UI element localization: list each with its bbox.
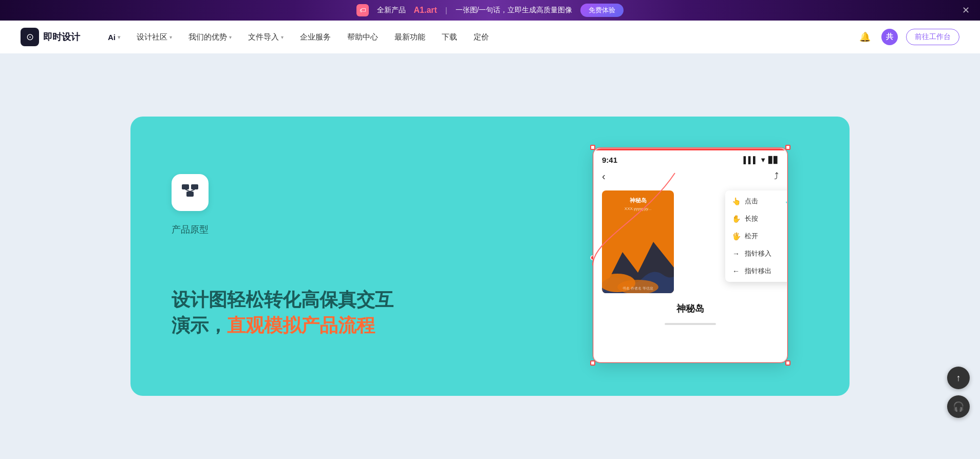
nav-item-pricing[interactable]: 定价 (466, 28, 496, 46)
headline-line2: 演示，直观模拟产品流程 (172, 313, 552, 338)
top-banner: 🏷 全新产品 A1.art | 一张图/一句话，立即生成高质量图像 免费体验 ✕ (0, 0, 980, 21)
book-subtitle: XXX.yyyyyyy... (602, 206, 674, 211)
nav-new-features-label: 最新功能 (394, 32, 425, 42)
home-bar (665, 323, 716, 325)
nav-item-download[interactable]: 下载 (435, 28, 464, 46)
nav-pricing-label: 定价 (474, 32, 489, 42)
headline-highlight: 直观模拟产品流程 (227, 315, 375, 336)
nav-community-chevron: ▾ (169, 34, 172, 40)
nav-ai-label: Ai (108, 33, 116, 42)
selection-handle-tl (590, 145, 595, 150)
product-label: 产品原型 (172, 223, 552, 236)
card-left: 产品原型 设计图轻松转化高保真交互 演示，直观模拟产品流程 (172, 174, 552, 339)
pointer-enter-icon: → (731, 250, 741, 258)
svg-rect-1 (191, 184, 198, 189)
nav-item-enterprise[interactable]: 企业服务 (293, 28, 338, 46)
share-button[interactable]: ⤴ (774, 171, 779, 182)
nav-help-label: 帮助中心 (347, 32, 378, 42)
phone-home-indicator (594, 319, 787, 329)
menu-item-click[interactable]: 👆 点击 ✓ (725, 193, 788, 210)
banner-product-name: 全新产品 (377, 6, 406, 15)
menu-item-long-press[interactable]: ✋ 长按 (725, 210, 788, 227)
svg-rect-2 (186, 192, 194, 197)
menu-release-label: 松开 (745, 232, 758, 241)
phone-toolbar: ‹ ⤴ (594, 167, 787, 185)
nav-import-label: 文件导入 (248, 32, 279, 42)
nav-enterprise-label: 企业服务 (300, 32, 331, 42)
book-footer-text: 书名 作者名 等信息 (604, 286, 672, 291)
menu-long-press-label: 长按 (745, 214, 758, 223)
banner-slogan: 一张图/一句话，立即生成高质量图像 (456, 6, 573, 15)
nav-import-chevron: ▾ (281, 34, 284, 40)
nav-ai-chevron: ▾ (118, 34, 120, 40)
battery-icon: ▊▊ (768, 156, 779, 164)
book-card: 神秘岛 XXX.yyyyyyy... (602, 190, 674, 293)
banner-product-icon: 🏷 (356, 4, 369, 16)
product-icon (180, 180, 200, 205)
user-avatar[interactable]: 共 (881, 29, 898, 45)
headline-line1: 设计图轻松转化高保真交互 (172, 287, 552, 313)
menu-pointer-leave-label: 指针移出 (745, 266, 771, 276)
wifi-icon: ▼ (760, 156, 766, 164)
menu-item-pointer-leave[interactable]: ← 指针移出 (725, 262, 788, 280)
signal-icon: ▌▌▌ (743, 156, 758, 164)
nav-advantages-chevron: ▾ (229, 34, 232, 40)
phone-book-title: 神秘岛 (594, 298, 787, 319)
book-decoration (602, 226, 674, 293)
nav-item-import[interactable]: 文件导入 ▾ (241, 28, 291, 46)
active-check: ✓ (785, 197, 788, 205)
click-icon: 👆 (731, 197, 741, 205)
product-icon-box (172, 174, 209, 211)
nav-item-ai[interactable]: Ai ▾ (101, 29, 127, 46)
svg-line-3 (185, 189, 190, 192)
banner-divider: | (445, 6, 447, 14)
card-right: 9:41 ▌▌▌ ▼ ▊▊ ‹ ⤴ (593, 147, 808, 365)
menu-pointer-enter-label: 指针移入 (745, 249, 771, 258)
headset-icon: 🎧 (953, 401, 964, 412)
back-button[interactable]: ‹ (602, 170, 606, 182)
nav-item-community[interactable]: 设计社区 ▾ (129, 28, 179, 46)
nav-advantages-label: 我们的优势 (189, 32, 227, 42)
phone-status-icons: ▌▌▌ ▼ ▊▊ (743, 156, 779, 164)
nav-community-label: 设计社区 (137, 32, 167, 42)
notification-bell-button[interactable]: 🔔 (857, 29, 873, 45)
fab-container: ↑ 🎧 (947, 367, 970, 418)
prototype-icon-svg (180, 180, 200, 201)
long-press-icon: ✋ (731, 215, 741, 223)
support-button[interactable]: 🎧 (947, 395, 970, 418)
banner-highlight: A1.art (414, 6, 437, 15)
nav-item-help[interactable]: 帮助中心 (340, 28, 385, 46)
selection-handle-bl (590, 360, 595, 366)
card-headline: 设计图轻松转化高保真交互 演示，直观模拟产品流程 (172, 287, 552, 339)
book-title: 神秘岛 (602, 190, 674, 206)
banner-close-button[interactable]: ✕ (962, 5, 970, 16)
workspace-button[interactable]: 前往工作台 (906, 29, 959, 45)
context-menu: 👆 点击 ✓ ✋ 长按 🖐 松开 (725, 190, 788, 282)
phone-status-bar: 9:41 ▌▌▌ ▼ ▊▊ (594, 150, 787, 167)
menu-item-pointer-enter[interactable]: → 指针移入 (725, 245, 788, 262)
scroll-to-top-button[interactable]: ↑ (947, 367, 970, 389)
menu-click-label: 点击 (745, 197, 758, 206)
phone-content: 神秘岛 XXX.yyyyyyy... (594, 185, 787, 298)
logo-icon: ⊙ (21, 28, 39, 46)
mountain-svg (602, 226, 674, 293)
feature-card: 产品原型 设计图轻松转化高保真交互 演示，直观模拟产品流程 (130, 117, 850, 396)
phone-frame: 9:41 ▌▌▌ ▼ ▊▊ ‹ ⤴ (593, 147, 788, 363)
banner-cta-button[interactable]: 免费体验 (580, 4, 624, 17)
nav-item-new-features[interactable]: 最新功能 (387, 28, 432, 46)
menu-item-release[interactable]: 🖐 松开 (725, 227, 788, 245)
svg-rect-0 (182, 184, 189, 189)
logo-text: 即时设计 (43, 31, 80, 43)
nav-items: Ai ▾ 设计社区 ▾ 我们的优势 ▾ 文件导入 ▾ 企业服务 帮助中心 最新功… (101, 28, 857, 46)
navbar: ⊙ 即时设计 Ai ▾ 设计社区 ▾ 我们的优势 ▾ 文件导入 ▾ 企业服务 帮… (0, 21, 980, 53)
up-arrow-icon: ↑ (956, 373, 961, 384)
main-content: 产品原型 设计图轻松转化高保真交互 演示，直观模拟产品流程 (0, 53, 980, 459)
selection-handle-br (785, 360, 790, 366)
nav-right: 🔔 共 前往工作台 (857, 29, 959, 45)
pointer-leave-icon: ← (731, 267, 741, 275)
logo-area[interactable]: ⊙ 即时设计 (21, 28, 80, 46)
svg-line-4 (190, 189, 195, 192)
headline-line2-start: 演示， (172, 315, 227, 336)
selection-handle-tr (785, 145, 790, 150)
nav-item-advantages[interactable]: 我们的优势 ▾ (181, 28, 239, 46)
